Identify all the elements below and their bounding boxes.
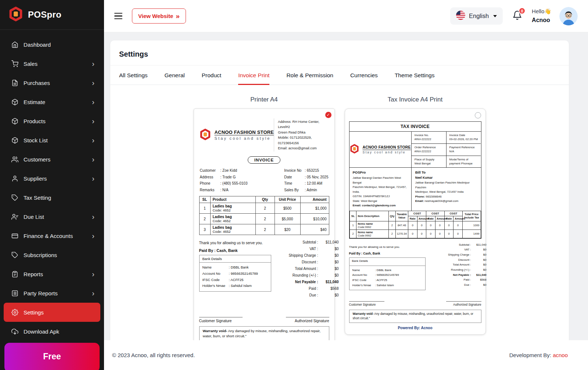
chevron-right-icon: › xyxy=(92,289,97,297)
tax-invoice-heading: TAX INVOICE xyxy=(349,122,481,132)
sidebar-item-download-apk[interactable]: Download Apk xyxy=(4,322,100,341)
package-icon xyxy=(11,117,18,125)
seller-info: POSPro Jatibar Barangi Dantan Paschim We… xyxy=(349,168,411,210)
sidebar-item-sales[interactable]: Sales › xyxy=(4,54,100,73)
customer-signature: Customer Signature xyxy=(349,301,384,306)
total-row: VAT :$0 xyxy=(274,246,339,252)
settings-card: Settings All Settings General Product In… xyxy=(110,40,569,340)
sidebar-item-dashboard[interactable]: Dashboard xyxy=(4,35,100,54)
free-button[interactable]: Free xyxy=(4,343,100,370)
chevron-right-icon: › xyxy=(92,98,97,106)
printer-a4-title: Printer A4 xyxy=(194,96,335,103)
info-cell: Invoice Date09-02-2026, 02:20 PM xyxy=(446,132,481,143)
tab-currencies[interactable]: Currencies xyxy=(350,65,378,85)
paid-by: Paid By : Cash, Bank xyxy=(199,248,271,253)
printer-a4-column: Printer A4 ✓ ACNOO FASHION STORE xyxy=(194,96,335,340)
customer-signature: Customer Signature xyxy=(199,317,243,323)
chevron-down-icon xyxy=(493,15,497,17)
signatures: Customer Signature Authorized Signature xyxy=(199,317,329,323)
avatar[interactable] xyxy=(559,7,578,25)
total-row: VAT :$0 xyxy=(429,247,487,252)
chevron-right-icon: › xyxy=(92,60,97,67)
sidebar-item-estimate[interactable]: Estimate › xyxy=(4,92,100,111)
table-row: 2 Ladies bagCode: 4652 2 $5,000 $10,000 xyxy=(199,214,329,224)
us-flag-icon xyxy=(456,11,465,21)
info-cell: Place of SupplyWest Bengal xyxy=(411,156,446,168)
sidebar-item-finance-accounts[interactable]: Finance & Accounts › xyxy=(4,226,100,245)
view-website-button[interactable]: View Website » xyxy=(132,8,186,24)
list-icon xyxy=(11,289,18,297)
chevron-right-icon: › xyxy=(92,117,97,125)
chevron-right-icon: › xyxy=(92,175,97,182)
sidebar-item-reports[interactable]: Reports › xyxy=(4,264,100,284)
tab-general[interactable]: General xyxy=(165,65,185,85)
sidebar-item-due-list[interactable]: Due List › xyxy=(4,207,100,226)
store-logo-icon xyxy=(199,128,211,142)
tax-invoice-preview[interactable]: TAX INVOICE ACNOO FASHION STORE St xyxy=(345,108,486,335)
sidebar-menu: Dashboard Sales › Purchases › Estimate ›… xyxy=(0,30,104,341)
sidebar-item-suppliers[interactable]: Suppliers › xyxy=(4,169,100,188)
total-row: Shipping Charge :$0 xyxy=(274,252,339,259)
total-row: Total Amount :$0 xyxy=(274,266,339,272)
ticket-icon xyxy=(11,194,18,201)
settings-tabs: All Settings General Product Invoice Pri… xyxy=(110,65,569,85)
total-row: Discount :$0 xyxy=(429,257,487,263)
powered-by: Powered By: Acnoo xyxy=(349,326,481,330)
tab-theme-settings[interactable]: Theme Settings xyxy=(395,65,435,85)
sidebar-item-customers[interactable]: Customers › xyxy=(4,150,100,169)
total-row: Discount :$0 xyxy=(274,259,339,266)
content-area: Settings All Settings General Product In… xyxy=(104,32,588,340)
tab-all-settings[interactable]: All Settings xyxy=(119,65,148,85)
developer-link[interactable]: acnoo xyxy=(553,352,568,358)
box-icon xyxy=(11,136,18,144)
printer-a4-preview[interactable]: ✓ ACNOO FASHION STORE Stay cool and styl… xyxy=(194,108,335,340)
selected-check-icon[interactable]: ✓ xyxy=(325,112,331,118)
total-row: Subtotal :$11,040 xyxy=(429,242,487,248)
chevron-right-icon: › xyxy=(92,232,97,239)
brand: POSpro xyxy=(0,0,104,30)
tax-invoice-body: TAX INVOICE ACNOO FASHION STORE St xyxy=(349,121,481,239)
select-radio[interactable] xyxy=(475,112,481,118)
invoice-previews: Printer A4 ✓ ACNOO FASHION STORE xyxy=(110,85,569,340)
language-selector[interactable]: English xyxy=(450,7,503,25)
home-icon xyxy=(11,41,18,48)
total-row: Total Amount :$0 xyxy=(429,262,487,267)
tab-invoice-print[interactable]: Invoice Print xyxy=(238,65,269,85)
chevron-right-icon: › xyxy=(92,136,97,144)
invoice-header: ACNOO FASHION STORE Stay cool and style … xyxy=(199,118,329,152)
warranty-note: Warranty void- Any damaged by misuse, mi… xyxy=(199,326,329,340)
sidebar-item-stock-list[interactable]: Stock List › xyxy=(4,131,100,150)
warranty-note: Warranty void- Any damaged by misuse, mi… xyxy=(349,310,481,323)
sidebar-item-tax-setting[interactable]: Tax Setting xyxy=(4,188,100,207)
bank-row: Name: DBBL Bank xyxy=(352,268,422,273)
topbar-right: English 0 Hello👋 Acnoo xyxy=(450,7,578,25)
bank-row: Name: DBBL Bank xyxy=(202,264,268,271)
invoice-badge: INVOICE xyxy=(248,156,280,164)
username: Acnoo xyxy=(532,16,551,25)
chevron-right-icon: › xyxy=(92,270,97,278)
table-row: 2 Items nameCode:9992 2 1270.34 00 00 00… xyxy=(349,230,481,238)
notifications-button[interactable]: 0 xyxy=(512,10,522,22)
totals: Subtotal :$11,040 VAT :$0 Shipping Charg… xyxy=(274,238,339,299)
store-tagline: Stay cool and style xyxy=(215,136,274,140)
tab-role-permission[interactable]: Role & Permission xyxy=(286,65,333,85)
bank-details: Bank Details Name: DBBL Bank Account No:… xyxy=(199,255,271,292)
menu-toggle-button[interactable] xyxy=(113,10,124,22)
chevron-right-icon: › xyxy=(92,213,97,220)
sidebar-item-party-reports[interactable]: Party Reports › xyxy=(4,284,100,303)
info-cell: Payment ReferenceN/A xyxy=(446,143,481,156)
chevron-right-icon: › xyxy=(92,156,97,163)
thanks-note: Thank you for allowing us to serve you. xyxy=(199,241,271,245)
sidebar-item-products[interactable]: Products › xyxy=(4,111,100,131)
invoice-info: Invoice No: 653215 Date: 05 Nov, 2025 Ti… xyxy=(284,167,328,193)
sidebar-item-settings[interactable]: Settings xyxy=(4,303,100,322)
sidebar-item-purchases[interactable]: Purchases › xyxy=(4,73,100,92)
ticket-icon xyxy=(11,251,18,259)
authorized-signature: Authorized Signature xyxy=(286,317,329,323)
signatures: Customer Signature Authorized Signature xyxy=(349,301,481,306)
sidebar-item-subscriptions[interactable]: Subscriptions xyxy=(4,245,100,264)
tab-product[interactable]: Product xyxy=(202,65,221,85)
bank-row: Holder's Nmae: Sahidul Islam xyxy=(202,283,268,289)
info-cell: Invoice No.#INV-222222 xyxy=(411,132,446,143)
user-greeting: Hello👋 Acnoo xyxy=(532,7,551,25)
